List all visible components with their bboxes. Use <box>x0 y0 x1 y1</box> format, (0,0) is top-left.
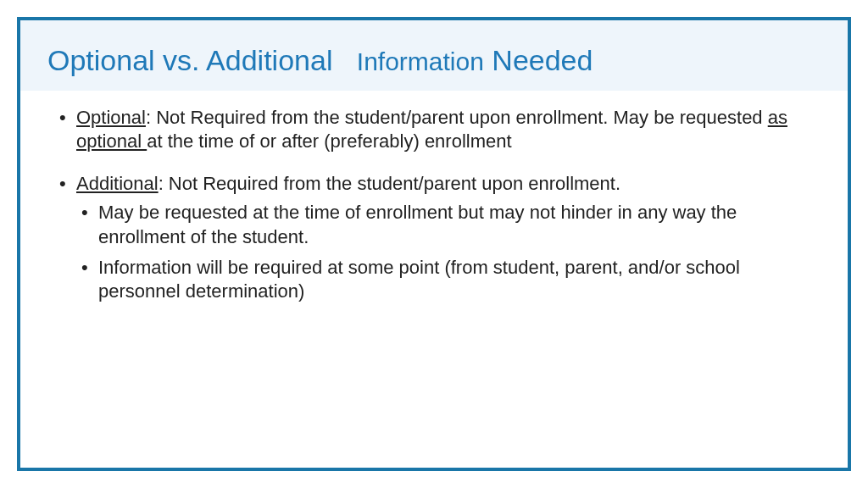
optional-label: Optional <box>76 107 146 128</box>
sub-bullet-1: May be requested at the time of enrollme… <box>76 201 814 248</box>
title-part-1: Optional vs. Additional <box>47 44 332 76</box>
slide-frame: Optional vs. Additional Information Need… <box>17 17 851 471</box>
title-bar: Optional vs. Additional Information Need… <box>20 20 848 91</box>
additional-text: : Not Required from the student/parent u… <box>159 173 620 194</box>
slide-content: Optional: Not Required from the student/… <box>20 91 848 468</box>
additional-label: Additional <box>76 173 159 194</box>
bullet-optional: Optional: Not Required from the student/… <box>54 106 814 153</box>
optional-text-1: : Not Required from the student/parent u… <box>146 107 768 128</box>
bullet-list: Optional: Not Required from the student/… <box>54 106 814 303</box>
sub-bullet-list: May be requested at the time of enrollme… <box>76 201 814 303</box>
title-part-2: Information <box>357 47 484 75</box>
bullet-additional: Additional: Not Required from the studen… <box>54 172 814 303</box>
slide-title: Optional vs. Additional Information Need… <box>47 44 821 77</box>
optional-text-2: at the time of or after (preferably) enr… <box>147 130 511 152</box>
sub-bullet-2: Information will be required at some poi… <box>76 256 814 303</box>
title-part-3: Needed <box>492 44 593 76</box>
